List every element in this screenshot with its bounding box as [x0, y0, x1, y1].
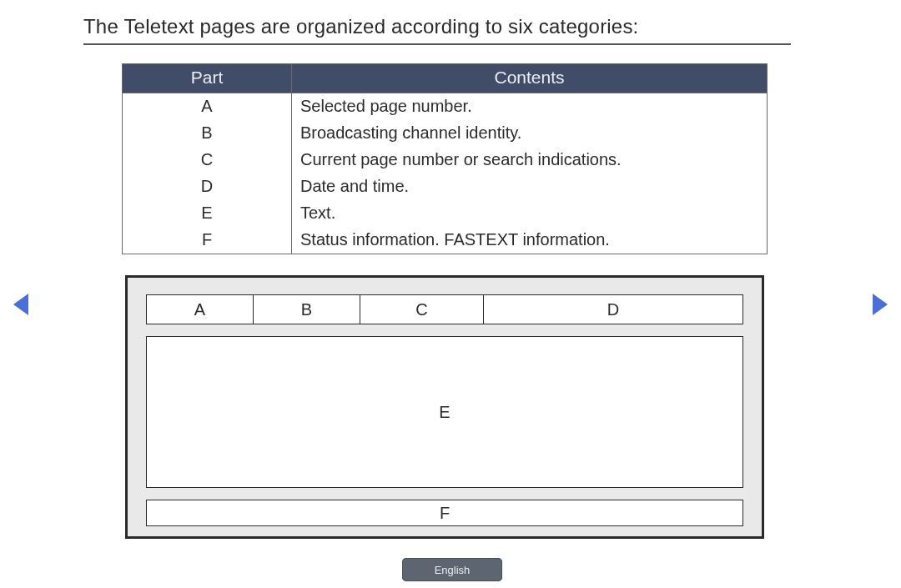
part-letter: A	[123, 93, 292, 121]
table-row: F Status information. FASTEXT informatio…	[123, 227, 768, 254]
part-contents: Date and time.	[292, 173, 768, 200]
part-contents: Status information. FASTEXT information.	[292, 227, 768, 254]
parts-table-header-contents: Contents	[292, 64, 768, 93]
part-letter: F	[123, 227, 292, 254]
parts-table: Part Contents A Selected page number. B …	[122, 63, 768, 254]
prev-page-arrow-icon[interactable]	[13, 294, 28, 315]
diagram-region-A: A	[147, 295, 254, 324]
manual-page: The Teletext pages are organized accordi…	[0, 0, 901, 588]
part-letter: C	[123, 147, 292, 173]
page-title: The Teletext pages are organized accordi…	[83, 15, 638, 38]
diagram-region-B: B	[254, 295, 360, 324]
language-button[interactable]: English	[402, 558, 502, 581]
diagram-region-E: E	[146, 336, 743, 488]
diagram-region-C: C	[360, 295, 484, 324]
part-contents: Current page number or search indication…	[292, 147, 768, 173]
parts-table-header-part: Part	[123, 64, 292, 93]
table-row: B Broadcasting channel identity.	[123, 120, 768, 147]
layout-diagram: A B C D E F	[125, 275, 764, 539]
part-contents: Broadcasting channel identity.	[292, 120, 768, 147]
diagram-region-F: F	[146, 500, 743, 526]
diagram-region-D: D	[484, 295, 742, 324]
part-letter: E	[123, 200, 292, 227]
part-contents: Selected page number.	[292, 93, 768, 121]
part-letter: B	[123, 120, 292, 147]
next-page-arrow-icon[interactable]	[873, 294, 888, 315]
language-label: English	[435, 564, 471, 576]
diagram-top-row: A B C D	[146, 294, 743, 324]
part-contents: Text.	[292, 200, 768, 227]
table-row: C Current page number or search indicati…	[123, 147, 768, 173]
part-letter: D	[123, 173, 292, 200]
title-underline	[83, 43, 791, 45]
table-row: A Selected page number.	[123, 93, 768, 121]
table-row: D Date and time.	[123, 173, 768, 200]
table-row: E Text.	[123, 200, 768, 227]
